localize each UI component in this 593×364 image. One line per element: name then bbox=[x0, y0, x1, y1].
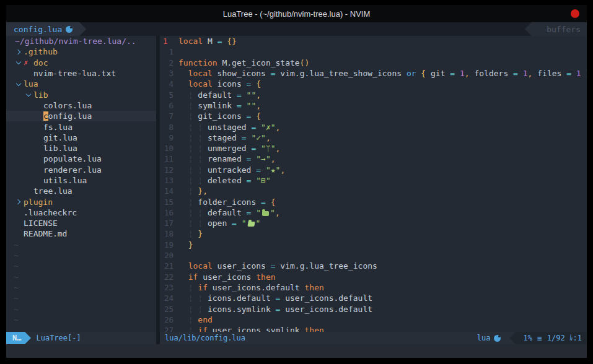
tree-item[interactable]: LICENSE bbox=[6, 218, 156, 228]
code-text: ¦ }, bbox=[178, 186, 208, 196]
code-line[interactable]: 25 ¦ ¦ icons.symlink = user_icons.defaul… bbox=[160, 303, 587, 314]
command-line[interactable] bbox=[6, 344, 587, 358]
tree-item[interactable]: tree.lua bbox=[6, 186, 156, 196]
tree-tilde: ~ bbox=[6, 240, 156, 250]
code-line[interactable]: 14 ¦ }, bbox=[160, 186, 587, 196]
code-line[interactable]: 8 ¦ ¦ unstaged = "✗", bbox=[160, 121, 587, 132]
chevron-right-icon[interactable] bbox=[14, 200, 24, 204]
lua-icon bbox=[494, 335, 501, 342]
line-number: 2 bbox=[160, 58, 178, 67]
tree-tilde: ~ bbox=[6, 293, 156, 303]
mode-arrow-separator bbox=[25, 332, 31, 344]
code-line[interactable]: 1 bbox=[160, 46, 587, 57]
code-text: ¦ ¦ deleted = "⊟" bbox=[178, 176, 271, 185]
lua-icon bbox=[66, 26, 72, 33]
tree-item[interactable]: config.lua bbox=[6, 111, 156, 121]
code-line[interactable]: 18 ¦ } bbox=[160, 228, 587, 239]
code-line[interactable]: 16 ¦ ¦ default = "", bbox=[160, 207, 587, 218]
code-line[interactable]: 17 ¦ ¦ open = "" bbox=[160, 218, 587, 228]
tree-tilde: ~ bbox=[6, 282, 156, 293]
code-line[interactable]: 7 ¦ git_icons = { bbox=[160, 111, 587, 121]
chevron-right-icon[interactable] bbox=[14, 50, 24, 54]
tree-label: tree.lua bbox=[33, 186, 72, 196]
tree-label: fs.lua bbox=[43, 123, 72, 132]
tree-item[interactable]: lib bbox=[6, 89, 156, 100]
code-line[interactable]: 26 ¦ end bbox=[160, 314, 587, 325]
window-title: LuaTree - (~/github/nvim-tree.lua) - NVI… bbox=[223, 9, 371, 19]
chevron-down-icon[interactable] bbox=[24, 93, 33, 96]
tree-item[interactable]: .github bbox=[6, 46, 156, 57]
tree-item[interactable]: README.md bbox=[6, 228, 156, 239]
chevron-down-icon[interactable] bbox=[14, 83, 24, 85]
chevron-left-separator bbox=[509, 332, 516, 344]
buffers-label: buffers bbox=[547, 25, 581, 34]
code-text: ¦ git_icons = { bbox=[178, 111, 261, 121]
tab-label: config.lua bbox=[14, 25, 62, 34]
line-number: 4 bbox=[160, 79, 178, 89]
line-number-icon: LN bbox=[570, 335, 573, 342]
tree-tilde: ~ bbox=[6, 261, 156, 271]
code-text: ¦ ¦ default = "", bbox=[178, 208, 280, 217]
chevron-down-icon[interactable] bbox=[14, 61, 24, 64]
lines-icon: ≡ bbox=[537, 334, 542, 343]
block-cursor: c bbox=[43, 111, 48, 121]
code-line[interactable]: 10 ¦ ¦ unmerged = "ᛘ", bbox=[160, 143, 587, 154]
tree-item[interactable]: populate.lua bbox=[6, 154, 156, 164]
tabline: config.lua buffers bbox=[6, 22, 587, 36]
code-line[interactable]: 13 ¦ ¦ deleted = "⊟" bbox=[160, 175, 587, 186]
code-line[interactable]: 23 ¦ if user_icons.default then bbox=[160, 282, 587, 293]
code-line[interactable]: 27 ¦ if user_icons.symlink then bbox=[160, 325, 587, 332]
code-line[interactable]: 6 ¦ symlink = "", bbox=[160, 100, 587, 111]
line-number: 27 bbox=[160, 326, 178, 332]
code-line[interactable]: 1local M = {} bbox=[160, 36, 587, 46]
tree-item[interactable]: utils.lua bbox=[6, 175, 156, 186]
tree-item[interactable]: ✗doc bbox=[6, 58, 156, 68]
tab-config-lua[interactable]: config.lua bbox=[6, 22, 86, 36]
tree-item[interactable]: ~/github/nvim-tree.lua/.. bbox=[6, 36, 156, 46]
code-editor[interactable]: 1local M = {}12function M.get_icon_state… bbox=[160, 36, 587, 332]
code-line[interactable]: 4 local icons = { bbox=[160, 79, 587, 89]
close-button[interactable] bbox=[571, 9, 579, 18]
file-tree[interactable]: ~/github/nvim-tree.lua/...github✗docnvim… bbox=[6, 36, 156, 332]
main-split: ~/github/nvim-tree.lua/...github✗docnvim… bbox=[6, 36, 587, 332]
line-number: 10 bbox=[160, 144, 178, 153]
tree-label: LICENSE bbox=[24, 219, 58, 228]
tree-label: plugin bbox=[24, 197, 53, 207]
code-line[interactable]: 21 local user_icons = vim.g.lua_tree_ico… bbox=[160, 261, 587, 271]
tree-item[interactable]: renderer.lua bbox=[6, 165, 156, 175]
tree-label: lib bbox=[33, 90, 48, 100]
code-line[interactable]: 11 ¦ ¦ renamed = "→", bbox=[160, 154, 587, 164]
code-text: local icons = { bbox=[178, 79, 261, 89]
code-line[interactable]: 19 } bbox=[160, 240, 587, 250]
code-text: local M = {} bbox=[178, 37, 237, 46]
code-line[interactable]: 24 ¦ ¦ icons.default = user_icons.defaul… bbox=[160, 293, 587, 303]
code-line[interactable]: 20 bbox=[160, 250, 587, 261]
code-line[interactable]: 9 ¦ ¦ staged = "✓", bbox=[160, 132, 587, 143]
tree-item[interactable]: nvim-tree-lua.txt bbox=[6, 68, 156, 79]
tree-item[interactable]: git.lua bbox=[6, 132, 156, 143]
code-text: ¦ ¦ renamed = "→", bbox=[178, 154, 276, 163]
code-line[interactable]: 15 ¦ folder_icons = { bbox=[160, 196, 587, 207]
code-line[interactable]: 5 ¦ default = "", bbox=[160, 89, 587, 100]
code-text: ¦ end bbox=[178, 315, 213, 324]
tree-label: lua bbox=[24, 79, 38, 89]
code-line[interactable]: 12 ¦ ¦ untracked = "★", bbox=[160, 165, 587, 175]
buffers-chip[interactable]: buffers bbox=[525, 22, 587, 36]
code-line[interactable]: 3 local show_icons = vim.g.lua_tree_show… bbox=[160, 68, 587, 79]
tree-item[interactable]: colors.lua bbox=[6, 100, 156, 111]
code-line[interactable]: 2function M.get_icon_state() bbox=[160, 58, 587, 68]
tree-item[interactable]: fs.lua bbox=[6, 121, 156, 132]
tree-item[interactable]: .luacheckrc bbox=[6, 207, 156, 218]
code-text: ¦ symlink = "", bbox=[178, 101, 261, 110]
tree-label: README.md bbox=[24, 229, 67, 238]
tree-label: colors.lua bbox=[43, 101, 92, 110]
code-line[interactable]: 22 if user_icons then bbox=[160, 272, 587, 282]
tree-item[interactable]: plugin bbox=[6, 196, 156, 207]
code-text: ¦ ¦ icons.default = user_icons.default bbox=[178, 293, 372, 303]
tree-item[interactable]: lib.lua bbox=[6, 143, 156, 154]
tree-tilde: ~ bbox=[6, 272, 156, 282]
tree-item[interactable]: lua bbox=[6, 79, 156, 89]
code-text: function M.get_icon_state() bbox=[178, 58, 309, 67]
folder-icon bbox=[262, 211, 269, 216]
tree-status-label: LuaTree[-] bbox=[31, 332, 81, 344]
